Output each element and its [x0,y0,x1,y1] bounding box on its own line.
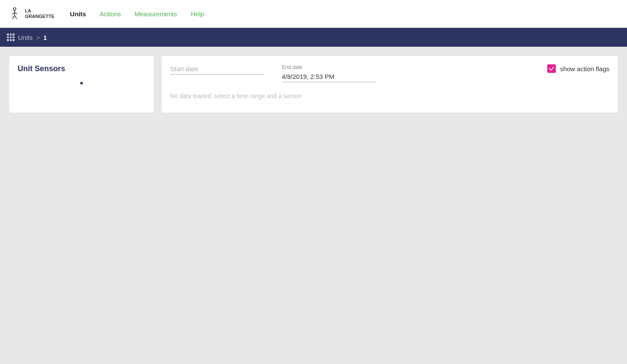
top-nav: LA GRANGETTE Units Actions Measurements … [0,0,627,28]
end-date-label: End date [282,64,376,70]
no-data-message: No data loaded: select a time range and … [170,93,609,99]
breadcrumb-units[interactable]: Units [18,34,33,41]
svg-line-3 [15,12,17,14]
svg-line-5 [15,15,17,19]
data-card: End date show action flags No data loade… [161,55,618,113]
svg-line-2 [12,12,15,15]
logo-text: LA GRANGETTE [25,8,54,19]
unit-sensors-title: Unit Sensors [18,64,145,73]
nav-help[interactable]: Help [186,7,209,21]
grid-icon [7,33,15,41]
show-action-flags-container[interactable]: show action flags [547,64,609,73]
svg-line-4 [12,15,15,19]
main-content: Unit Sensors End date show action [0,47,627,122]
nav-links: Units Actions Measurements Help [65,7,209,21]
start-date-input[interactable] [170,64,265,75]
breadcrumb-current: 1 [43,34,47,41]
action-flags-label: show action flags [560,65,609,72]
logo-area: LA GRANGETTE [7,6,54,21]
unit-sensors-card: Unit Sensors [9,55,154,113]
data-card-top: End date show action flags [170,64,609,82]
breadcrumb-bar: Units > 1 [0,28,627,47]
loading-dot [80,82,83,84]
logo-icon [7,6,22,21]
action-flags-checkbox[interactable] [547,64,556,73]
breadcrumb-separator: > [36,34,40,41]
nav-actions[interactable]: Actions [95,7,126,21]
nav-units[interactable]: Units [65,7,91,21]
start-date-field [170,64,265,75]
svg-point-0 [13,8,16,10]
end-date-input[interactable] [282,72,376,82]
end-date-field: End date [282,64,376,82]
nav-measurements[interactable]: Measurements [130,7,182,21]
